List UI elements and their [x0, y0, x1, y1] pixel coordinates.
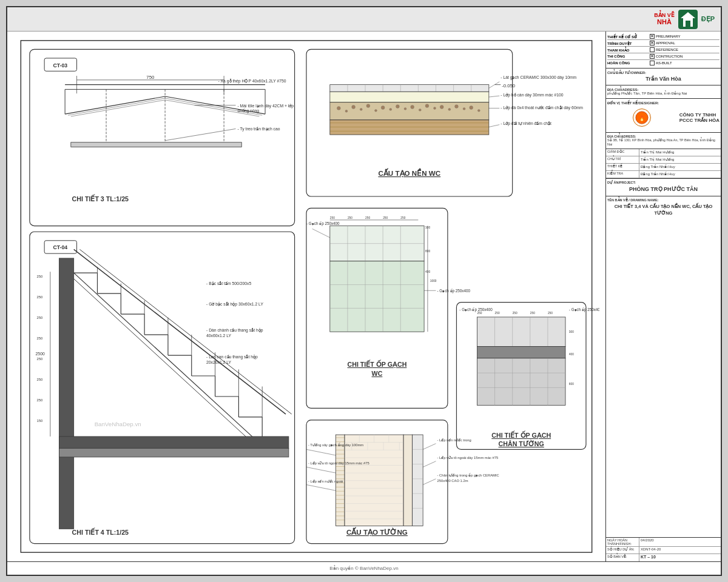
svg-text:- Lát gạch CERAMIC 300x300 dày: - Lát gạch CERAMIC 300x300 dày 10mm — [500, 75, 576, 80]
svg-text:BanVeNhaDep.vn: BanVeNhaDep.vn — [95, 421, 141, 427]
thi-cong-checkbox: ✕ — [650, 54, 655, 59]
svg-point-44 — [337, 107, 340, 110]
footer-text: Bản quyền © BanVeNhaDep.vn — [329, 566, 398, 571]
svg-text:- Lớp đất tự nhiên đầm chặt: - Lớp đất tự nhiên đầm chặt — [500, 121, 551, 126]
logo-area: BẢN VẼ NHÀ ĐẸP — [654, 8, 715, 30]
svg-text:20x20x1.2 LY: 20x20x1.2 LY — [206, 360, 231, 364]
svg-text:- Gạch ốp 250x400: - Gạch ốp 250x400 — [459, 307, 493, 312]
svg-text:- Lớp sơn nước trong: - Lớp sơn nước trong — [437, 438, 471, 442]
svg-text:- Lớp vữa tô ngoài dày 15mm má: - Lớp vữa tô ngoài dày 15mm mác #75 — [308, 461, 369, 465]
company-name1: CÔNG TY TNHH — [679, 112, 720, 118]
svg-point-52 — [396, 105, 400, 109]
svg-rect-236 — [413, 435, 423, 526]
svg-rect-64 — [330, 120, 489, 135]
svg-text:- Mái tôle lạnh dày 42CM + lớp: - Mái tôle lạnh dày 42CM + lớp — [237, 104, 294, 109]
svg-text:- Ty treo trần thạch cao: - Ty treo trần thạch cao — [237, 127, 280, 132]
preliminary-label: PRELIMINARY — [656, 35, 681, 38]
svg-text:1000: 1000 — [430, 279, 437, 283]
svg-text:250: 250 — [400, 216, 405, 219]
svg-text:- Chân tường trong ốp gạch CER: - Chân tường trong ốp gạch CERAMIC — [437, 473, 499, 478]
svg-text:- Lớp vữa tô ngoài dày 15mm má: - Lớp vữa tô ngoài dày 15mm mác #75 — [437, 456, 498, 460]
svg-point-63 — [477, 109, 480, 112]
svg-text:250: 250 — [348, 216, 352, 219]
logo-house-icon — [677, 8, 699, 30]
svg-rect-42 — [330, 92, 489, 102]
company-logo: 🔥 — [633, 109, 651, 127]
svg-text:CẤU TẠO TƯỜNG: CẤU TẠO TƯỜNG — [346, 527, 408, 537]
svg-text:- Gạch ốp 250x400: - Gạch ốp 250x400 — [306, 221, 340, 226]
ngay-row: NGÀY HOÀN THÀNH/FINISH: 04/2020 — [606, 538, 721, 547]
svg-rect-43 — [330, 102, 489, 120]
svg-text:250: 250 — [548, 312, 553, 315]
contruction-label: CONTRUCTION — [656, 55, 682, 58]
thiet-ke-row: THIẾT KẾ Đặng Trần Nhất Huy — [606, 164, 721, 171]
dia-chi-value: phường Phước Tân, TP Biên Hòa, tỉnh Đồng… — [607, 92, 720, 96]
svg-text:250: 250 — [37, 378, 43, 381]
chu-tri-row: CHỦ TRÌ Trần Thị Mai Hương — [606, 156, 721, 164]
svg-text:250: 250 — [37, 316, 43, 319]
don-vi-label: ĐƠN VỊ THIẾT KẾ/DESIGNER: — [607, 101, 720, 105]
approval-label: APPROVAL — [656, 41, 675, 45]
hoan-cong-checkbox — [650, 61, 655, 65]
svg-text:250: 250 — [37, 398, 43, 402]
top-bar: BẢN VẼ NHÀ ĐẸP — [7, 7, 721, 32]
svg-rect-112 — [59, 436, 288, 448]
svg-text:- Gạch ốp 250x400: - Gạch ốp 250x400 — [569, 307, 599, 312]
svg-text:- Lớp hồ cán dày 30mm mác #100: - Lớp hồ cán dày 30mm mác #100 — [500, 93, 564, 98]
chu-dau-tu-value: Trần Văn Hòa — [607, 75, 720, 83]
svg-text:- Tường xây gạch ống dày 100mm: - Tường xây gạch ống dày 100mm — [308, 443, 363, 447]
thiet-ke-checkbox: ✕ — [650, 34, 655, 39]
svg-text:- Gờ bậc sắt hộp 30x60x1.2 LY: - Gờ bậc sắt hộp 30x60x1.2 LY — [206, 302, 263, 307]
svg-text:40x60x1.2 LY: 40x60x1.2 LY — [206, 333, 231, 338]
svg-rect-82 — [59, 258, 73, 529]
logo-text: BẢN VẼ NHÀ — [654, 13, 675, 26]
svg-point-54 — [411, 105, 414, 109]
svg-text:-0.050: -0.050 — [502, 83, 515, 89]
logo-dep-text: ĐẸP — [701, 15, 715, 22]
svg-rect-168 — [477, 317, 565, 347]
thi-cong-label: THI CÔNG — [607, 55, 650, 58]
svg-text:300: 300 — [425, 226, 430, 229]
kiem-tra-row: KIỂM TRA Đặng Trần Nhất Huy — [606, 171, 721, 178]
svg-text:250: 250 — [495, 312, 500, 315]
tham-khao-checkbox — [650, 47, 655, 52]
hoan-cong-label: HOÀN CÔNG — [607, 61, 650, 65]
tham-khao-label: THAM KHẢO — [607, 48, 650, 52]
svg-text:CHI TIẾT 3  TL:1/25: CHI TIẾT 3 TL:1/25 — [72, 194, 129, 202]
svg-text:250x400 CAO 1.2m: 250x400 CAO 1.2m — [437, 479, 468, 483]
svg-text:150: 150 — [37, 419, 43, 423]
svg-text:CHI TIẾT 4  TL:1/25: CHI TIẾT 4 TL:1/25 — [72, 527, 129, 536]
svg-point-47 — [360, 108, 362, 110]
svg-text:CẤU TẠO NỀN WC: CẤU TẠO NỀN WC — [378, 168, 440, 178]
svg-point-61 — [463, 107, 465, 110]
svg-text:750: 750 — [146, 75, 154, 80]
svg-text:- Lớp đá 0x4 thoát nước đầm ch: - Lớp đá 0x4 thoát nước đầm chặt dày 60m… — [500, 105, 583, 110]
du-an-value: PHÒNG TRỌ PHƯỚC TÂN — [607, 184, 720, 194]
svg-text:CHI TIẾT ỐP GẠCH: CHI TIẾT ỐP GẠCH — [491, 430, 551, 440]
drawing-svg: CT-03 750 — [13, 38, 599, 555]
svg-rect-33 — [330, 85, 489, 92]
svg-rect-235 — [403, 435, 413, 526]
title-block-sidebar: THIẾT KẾ CƠ SỞ ✕ PRELIMINARY TRÌNH DUYỆT… — [605, 32, 721, 561]
svg-text:250: 250 — [477, 312, 482, 315]
svg-text:CT-04: CT-04 — [53, 244, 67, 250]
svg-rect-2 — [686, 21, 690, 27]
company-name2: PCCC TRẦN HÒA — [679, 118, 720, 123]
svg-text:250: 250 — [37, 295, 43, 299]
svg-rect-24 — [71, 142, 241, 147]
svg-text:300: 300 — [569, 330, 574, 333]
thiet-ke-label: THIẾT KẾ CƠ SỞ — [607, 35, 650, 39]
svg-text:400: 400 — [425, 270, 430, 273]
svg-text:🔥: 🔥 — [639, 115, 645, 121]
svg-text:CHI TIẾT ỐP GẠCH: CHI TIẾT ỐP GẠCH — [348, 360, 407, 369]
svg-point-53 — [404, 107, 406, 110]
title-block: THIẾT KẾ CƠ SỞ ✕ PRELIMINARY TRÌNH DUYỆT… — [606, 32, 721, 561]
svg-rect-173 — [477, 346, 565, 358]
svg-text:- Dàn chành cầu thang sắt hộp: - Dàn chành cầu thang sắt hộp — [206, 328, 263, 333]
svg-point-59 — [448, 108, 451, 110]
svg-point-49 — [375, 109, 377, 112]
drawing-area: CT-03 750 — [7, 32, 605, 561]
so-hieu-row: SỐ HIỆU DỰ ÁN: XDNT-04-20 — [606, 547, 721, 554]
svg-text:250: 250 — [37, 357, 43, 361]
svg-point-51 — [389, 108, 392, 110]
